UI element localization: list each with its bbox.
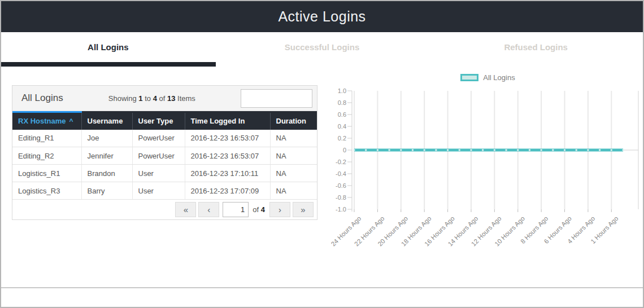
svg-text:0.8: 0.8	[338, 99, 346, 106]
all-logins-chart: All Logins 1.00.80.60.40.20-0.2-0.4-0.6-…	[330, 67, 644, 288]
table-panel-footer: « ‹ of 4 › »	[12, 200, 317, 219]
table-cell: PowerUser	[132, 130, 185, 147]
svg-text:-0.4: -0.4	[336, 170, 346, 177]
logins-table: RX Hostname^UsernameUser TypeTime Logged…	[12, 111, 317, 200]
page-title: Active Logins	[278, 8, 365, 25]
tab-successful-logins[interactable]: Successful Logins	[215, 32, 429, 62]
column-header-duration[interactable]: Duration	[270, 112, 317, 130]
line-chart-canvas: 1.00.80.60.40.20-0.2-0.4-0.6-0.8-1.024 H…	[330, 67, 644, 288]
column-header-username[interactable]: Username	[81, 112, 132, 130]
svg-text:-1.0: -1.0	[336, 206, 346, 213]
table-cell: User	[132, 182, 185, 200]
tab-refused-logins[interactable]: Refused Logins	[429, 32, 643, 62]
showing-word: of	[159, 94, 166, 103]
tab-all-logins[interactable]: All Logins	[1, 32, 215, 62]
svg-text:1.0: 1.0	[338, 87, 346, 94]
table-cell: PowerUser	[132, 147, 185, 165]
pagination-of-label: of 4	[253, 205, 265, 214]
table-cell: Editing_R1	[12, 130, 81, 147]
table-cell: User	[132, 165, 185, 182]
svg-text:-0.6: -0.6	[336, 182, 346, 189]
table-cell: NA	[270, 147, 317, 165]
table-panel-header: All Logins Showing 1 to 4 of 13 Items	[12, 86, 317, 111]
table-panel-title: All Logins	[21, 93, 63, 104]
table-cell: 2016-12-23 16:53:07	[185, 130, 270, 147]
showing-total: 13	[167, 94, 175, 103]
table-filter-input[interactable]	[241, 89, 312, 108]
app-header: Active Logins	[1, 1, 643, 32]
svg-text:-0.8: -0.8	[336, 194, 346, 201]
table-cell: Editing_R2	[12, 147, 81, 165]
svg-text:0: 0	[343, 147, 346, 153]
active-logins-page: Active Logins All Logins Successful Logi…	[0, 0, 644, 308]
table-cell: NA	[270, 165, 317, 182]
tab-bar: All Logins Successful Logins Refused Log…	[1, 32, 643, 62]
table-cell: 2016-12-23 17:10:11	[185, 165, 270, 182]
table-row: Logistics_R1BrandonUser2016-12-23 17:10:…	[12, 165, 317, 182]
table-row: Editing_R1JoePowerUser2016-12-23 16:53:0…	[12, 130, 317, 147]
pagination-prev-button[interactable]: ‹	[198, 202, 219, 217]
active-tab-underline	[1, 62, 216, 67]
table-cell: NA	[270, 182, 317, 200]
table-cell: 2016-12-23 16:53:07	[185, 147, 270, 165]
pagination-next-button[interactable]: ›	[269, 202, 290, 217]
table-row: Logistics_R3BarryUser2016-12-23 17:07:09…	[12, 182, 317, 200]
table-row: Editing_R2JenniferPowerUser2016-12-23 16…	[12, 147, 317, 165]
sort-ascending-icon: ^	[69, 117, 73, 125]
showing-word: Showing	[108, 94, 137, 103]
content-area: All Logins Showing 1 to 4 of 13 Items RX…	[1, 67, 643, 308]
showing-word: Items	[177, 94, 195, 103]
svg-text:0.2: 0.2	[338, 135, 346, 142]
pagination: « ‹ of 4 › »	[173, 202, 314, 217]
table-cell: Barry	[81, 182, 132, 200]
table-cell: Logistics_R1	[12, 165, 81, 182]
all-logins-table-panel: All Logins Showing 1 to 4 of 13 Items RX…	[12, 85, 317, 220]
table-cell: Joe	[81, 130, 132, 147]
table-cell: Brandon	[81, 165, 132, 182]
column-header-time-logged-in[interactable]: Time Logged In	[185, 112, 270, 130]
pagination-first-button[interactable]: «	[175, 202, 196, 217]
table-cell: Jennifer	[81, 147, 132, 165]
showing-to: 4	[153, 94, 157, 103]
table-cell: NA	[270, 130, 317, 147]
table-header-row: RX Hostname^UsernameUser TypeTime Logged…	[12, 112, 317, 130]
showing-from: 1	[138, 94, 142, 103]
bottom-divider	[1, 287, 643, 288]
total-pages: 4	[261, 205, 265, 214]
showing-summary: Showing 1 to 4 of 13 Items	[63, 94, 241, 103]
pagination-page-input[interactable]	[223, 202, 249, 217]
of-word: of	[253, 205, 259, 214]
svg-text:-0.2: -0.2	[336, 159, 346, 165]
column-header-rx-hostname[interactable]: RX Hostname^	[12, 112, 81, 130]
pagination-last-button[interactable]: »	[293, 202, 314, 217]
table-cell: Logistics_R3	[12, 182, 81, 200]
column-header-user-type[interactable]: User Type	[132, 112, 185, 130]
svg-text:0.6: 0.6	[338, 111, 346, 118]
showing-word: to	[145, 94, 151, 103]
table-cell: 2016-12-23 17:07:09	[185, 182, 270, 200]
svg-text:0.4: 0.4	[338, 123, 346, 130]
